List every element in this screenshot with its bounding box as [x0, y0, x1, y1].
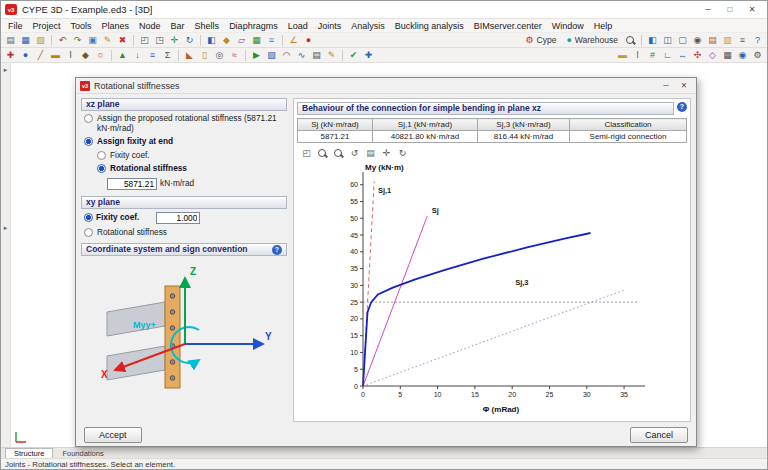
menu-window[interactable]: Window: [547, 19, 589, 33]
joints-icon[interactable]: ◣: [183, 49, 196, 62]
dialog-close-button[interactable]: ✕: [676, 79, 692, 92]
planes-icon[interactable]: ▱: [235, 34, 248, 47]
list-icon[interactable]: ≡: [736, 34, 749, 47]
coordinate-help-icon[interactable]: ?: [272, 245, 282, 255]
snap-grid-icon[interactable]: #: [646, 49, 659, 62]
window-tile-icon[interactable]: ◫: [661, 34, 674, 47]
bolts-icon[interactable]: ◎: [213, 49, 226, 62]
new-node-icon[interactable]: ✚: [4, 49, 17, 62]
options-icon[interactable]: ⚙: [751, 49, 764, 62]
redraw-chart-icon[interactable]: ↻: [396, 147, 409, 160]
reports-icon[interactable]: ▤: [310, 49, 323, 62]
menu-project[interactable]: Project: [28, 19, 66, 33]
visibility-icon[interactable]: ◉: [736, 49, 749, 62]
zoom-extents-icon[interactable]: ◳: [153, 34, 166, 47]
references-icon[interactable]: ✣: [691, 49, 704, 62]
view-3d-icon[interactable]: ◆: [220, 34, 233, 47]
tab-structure[interactable]: Structure: [5, 448, 53, 458]
delete-icon[interactable]: ✖: [116, 34, 129, 47]
window-new-icon[interactable]: ◧: [646, 34, 659, 47]
option-xy-rotational-stiffness[interactable]: Rotational stiffness: [84, 228, 284, 238]
new-bar-icon[interactable]: ╱: [34, 49, 47, 62]
xz-rotational-stiffness-input[interactable]: [107, 178, 157, 190]
menu-joints[interactable]: Joints: [313, 19, 347, 33]
print-icon[interactable]: ▤: [4, 34, 17, 47]
menu-node[interactable]: Node: [134, 19, 166, 33]
behaviour-help-icon[interactable]: ?: [677, 102, 687, 112]
option-assign-fixity[interactable]: Assign fixity at end: [84, 137, 284, 147]
accept-button[interactable]: Accept: [84, 427, 142, 443]
supports-icon[interactable]: ▲: [116, 49, 129, 62]
profile-library-icon[interactable]: Ⅰ: [631, 49, 644, 62]
edit-bar-icon[interactable]: ▬: [49, 49, 62, 62]
minimize-button[interactable]: ─: [697, 2, 719, 18]
load-cases-icon[interactable]: ≡: [146, 49, 159, 62]
full-screen-icon[interactable]: ▢: [676, 34, 689, 47]
ortho-icon[interactable]: ∟: [661, 49, 674, 62]
redo-icon[interactable]: ↷: [71, 34, 84, 47]
save-icon[interactable]: ▦: [19, 34, 32, 47]
results-icon[interactable]: ▧: [265, 49, 278, 62]
capture-icon[interactable]: ◉: [691, 34, 704, 47]
radio-proposed-stiffness[interactable]: [84, 114, 93, 123]
redraw-icon[interactable]: ↻: [183, 34, 196, 47]
undo-icon[interactable]: ↶: [56, 34, 69, 47]
layers-icon[interactable]: ≡: [265, 34, 278, 47]
zoom-in-icon[interactable]: [333, 148, 344, 159]
envelopes-icon[interactable]: ◠: [280, 49, 293, 62]
zoom-window-icon[interactable]: ◰: [138, 34, 151, 47]
cancel-button[interactable]: Cancel: [630, 427, 688, 443]
menu-load[interactable]: Load: [283, 19, 313, 33]
menu-file[interactable]: File: [3, 19, 28, 33]
edit-node-icon[interactable]: ●: [19, 49, 32, 62]
menu-bar[interactable]: Bar: [166, 19, 190, 33]
plates-icon[interactable]: ▯: [198, 49, 211, 62]
measure-icon[interactable]: ∠: [287, 34, 300, 47]
help-icon[interactable]: ?: [751, 34, 764, 47]
open-icon[interactable]: ▧: [34, 34, 47, 47]
model-canvas[interactable]: v3 Rotational stiffnesses ─ ✕ xz plane A…: [11, 63, 767, 447]
describe-section-icon[interactable]: Ⅰ: [64, 49, 77, 62]
menu-analysis[interactable]: Analysis: [346, 19, 390, 33]
search-icon[interactable]: [625, 35, 636, 46]
print-chart-icon[interactable]: ▤: [364, 147, 377, 160]
radio-xy-fixity-coef[interactable]: [84, 213, 93, 222]
loads-icon[interactable]: ↓: [131, 49, 144, 62]
tab-foundations[interactable]: Foundations: [53, 448, 112, 458]
pan-chart-icon[interactable]: ✛: [380, 147, 393, 160]
radio-xz-rotational-stiffness[interactable]: [97, 164, 106, 173]
edit-icon[interactable]: ✎: [101, 34, 114, 47]
xy-fixity-coef-input[interactable]: [156, 212, 200, 224]
menu-planes[interactable]: Planes: [97, 19, 135, 33]
grid-icon[interactable]: ▦: [250, 34, 263, 47]
views-panel-icon[interactable]: ▸: [4, 224, 8, 232]
radio-assign-fixity[interactable]: [84, 137, 93, 146]
deformed-shape-icon[interactable]: ∿: [295, 49, 308, 62]
menu-tools[interactable]: Tools: [66, 19, 97, 33]
maximize-button[interactable]: □: [719, 2, 741, 18]
hinge-icon[interactable]: ○: [94, 49, 107, 62]
dialog-minimize-button[interactable]: ─: [658, 79, 674, 92]
background-icon[interactable]: ▦: [721, 49, 734, 62]
radio-xy-rotational-stiffness[interactable]: [84, 228, 93, 237]
analyse-icon[interactable]: ▶: [250, 49, 263, 62]
check-joints-icon[interactable]: ✚: [362, 49, 375, 62]
option-proposed-stiffness[interactable]: Assign the proposed rotational stiffness…: [84, 114, 284, 133]
pan-icon[interactable]: ✛: [168, 34, 181, 47]
dimensions-icon[interactable]: ↔: [676, 49, 689, 62]
cype-button[interactable]: ⚙Cype: [520, 34, 561, 47]
views-icon[interactable]: ◧: [205, 34, 218, 47]
option-xz-fixity-coef[interactable]: Fixity coef.: [97, 151, 284, 161]
menu-diaphragms[interactable]: Diaphragms: [224, 19, 283, 33]
copy-icon[interactable]: ▣: [86, 34, 99, 47]
zoom-extents-icon[interactable]: ◰: [300, 147, 313, 160]
menu-bimserver-center[interactable]: BIMserver.center: [469, 19, 547, 33]
zoom-window-icon[interactable]: [317, 148, 328, 159]
menu-shells[interactable]: Shells: [190, 19, 225, 33]
zoom-previous-icon[interactable]: ↺: [348, 147, 361, 160]
close-button[interactable]: ✕: [741, 2, 763, 18]
option-xz-rotational-stiffness[interactable]: Rotational stiffness: [97, 164, 284, 174]
beam-colors-icon[interactable]: ▥: [721, 34, 734, 47]
welds-icon[interactable]: ≈: [228, 49, 241, 62]
menu-help[interactable]: Help: [589, 19, 618, 33]
